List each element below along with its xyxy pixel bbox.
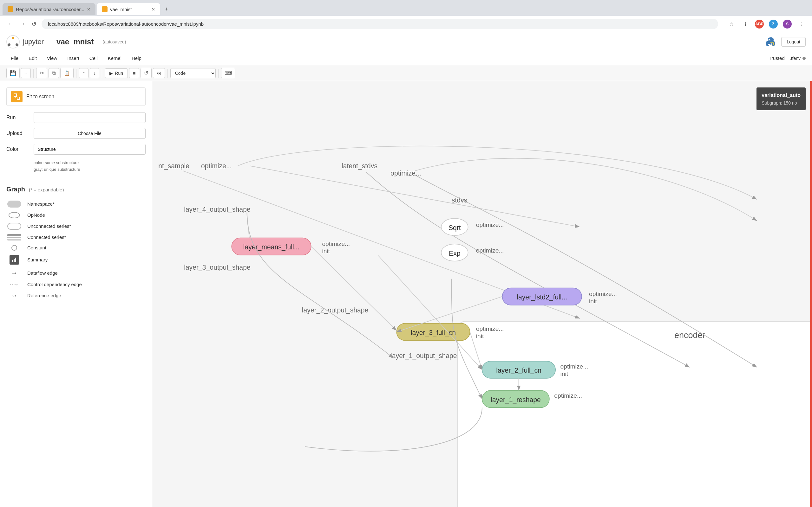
abp-avatar[interactable]: ABP [755,20,764,29]
menu-help[interactable]: Help [127,54,146,63]
upload-control-row: Upload Choose File [6,128,146,139]
red-border [810,81,812,507]
kernel-status-dot [803,57,806,60]
python-icon [765,36,776,48]
tooltip-title: variational_auto [762,91,801,100]
menu-view[interactable]: View [43,54,61,63]
namespace-icon [6,201,22,208]
choose-file-button[interactable]: Choose File [34,128,146,139]
run-button[interactable]: ▶ Run [105,68,128,78]
svg-text:init: init [589,298,597,304]
latent-stdvs-text: latent_stdvs [342,162,377,170]
svg-rect-7 [17,97,20,100]
fit-to-screen-button[interactable]: Fit to screen [6,88,146,106]
back-button[interactable]: ← [6,19,14,29]
graph-tooltip: variational_auto Subgraph: 150 no [757,88,806,110]
graph-subtitle: (* = expandable) [29,187,64,192]
new-tab-button[interactable]: + [161,4,171,14]
run-control-row: Run [6,112,146,123]
vae-tab-label: vae_mnist [110,7,132,12]
layer-means-text: layer_means_full... [243,243,300,251]
reference-icon: ↔ [6,292,22,299]
svg-rect-11 [14,259,14,262]
run-icon: ▶ [109,71,113,76]
menu-file[interactable]: File [6,54,23,63]
refresh-button[interactable]: ↺ [31,19,38,29]
toolbar-divider-1 [33,69,34,78]
toolbar-divider-3 [102,69,102,78]
save-button[interactable]: 💾 [6,68,20,78]
tooltip-subtitle: Subgraph: 150 no [762,100,801,107]
graph-legend-section: Graph (* = expandable) Namespace* OpNode [6,186,146,299]
menu-bar: File Edit View Insert Cell Kernel Help T… [0,51,812,65]
info-icon[interactable]: ℹ [741,20,750,29]
connected-icon [6,234,22,240]
legend-namespace: Namespace* [6,201,146,208]
copy-button[interactable]: ⧉ [49,68,59,78]
dataflow-label: Dataflow edge [27,270,58,276]
paste-button[interactable]: 📋 [60,68,73,78]
unconnected-icon [6,223,22,230]
graph-title: Graph [6,186,25,193]
cell-type-select[interactable]: Code Markdown Raw NBConvert [170,68,216,78]
move-down-button[interactable]: ↓ [90,68,99,78]
vae-tab-close[interactable]: ✕ [152,7,155,12]
s-avatar[interactable]: S [783,20,792,29]
stop-button[interactable]: ■ [129,68,139,78]
svg-text:optimize...: optimize... [476,247,504,254]
legend-connected: Connected series* [6,234,146,240]
svg-point-5 [771,43,772,45]
move-up-button[interactable]: ↑ [79,68,89,78]
url-bar[interactable]: localhost:8889/notebooks/Repos/variation… [42,19,718,29]
menu-edit[interactable]: Edit [24,54,41,63]
svg-point-1 [12,37,14,39]
color-label: Color [6,147,29,152]
cut-button[interactable]: ✂ [36,68,47,78]
repos-tab-close[interactable]: ✕ [87,7,90,12]
browser-icons: ☆ ℹ ABP Z S ⋮ [727,20,806,29]
legend-opnode: OpNode [6,212,146,218]
svg-line-41 [311,246,397,331]
run-control-label: Run [6,115,29,120]
namespace-label: Namespace* [27,201,55,207]
layer1-reshape-text: layer_1_reshape [491,396,541,404]
encoder-label: encoder [674,331,705,340]
keyboard-button[interactable]: ⌨ [221,68,235,78]
menu-insert[interactable]: Insert [63,54,84,63]
graph-area[interactable]: encoder - nt_sample optimize... latent_s… [152,81,812,507]
restart-button[interactable]: ↺ [141,68,152,78]
layer1-output-text: layer_1_output_shape [391,352,457,360]
control-icon: --→ [6,282,22,287]
add-cell-button[interactable]: + [21,68,31,78]
svg-text:optimize...: optimize... [476,222,504,228]
toolbar-divider-5 [218,69,218,78]
color-select[interactable]: Structure Device [34,144,146,155]
color-control-row: Color Structure Device color: same subst… [6,144,146,173]
main-area: Fit to screen Run Upload Choose File Col… [0,81,812,507]
menu-icon[interactable]: ⋮ [797,20,806,29]
run-select[interactable] [34,112,146,123]
svg-text:init: init [322,248,330,255]
repos-tab[interactable]: Repos/variational-autoencoder... ✕ [3,3,96,15]
fast-forward-button[interactable]: ⏭ [153,68,165,78]
optimize-text-1: optimize... [201,162,232,170]
menu-cell[interactable]: Cell [85,54,102,63]
left-panel: Fit to screen Run Upload Choose File Col… [0,81,152,507]
toolbar-divider-2 [76,69,77,78]
forward-button[interactable]: → [18,19,27,29]
run-label: Run [115,71,123,76]
repos-favicon [8,6,13,12]
menu-kernel[interactable]: Kernel [103,54,126,63]
toolbar-divider-4 [167,69,168,78]
opnode-icon [6,212,22,218]
notebook-name[interactable]: vae_mnist [56,38,94,46]
summary-label: Summary [27,257,48,262]
z-avatar[interactable]: Z [769,20,778,29]
svg-text:optimize...: optimize... [554,392,582,399]
bookmark-icon[interactable]: ☆ [727,20,736,29]
logout-button[interactable]: Logout [781,37,806,47]
legend-dataflow: → Dataflow edge [6,269,146,277]
vae-tab[interactable]: vae_mnist ✕ [97,3,160,15]
autosaved-label: (autosaved) [102,39,126,44]
nt-sample-text: nt_sample [158,162,189,170]
